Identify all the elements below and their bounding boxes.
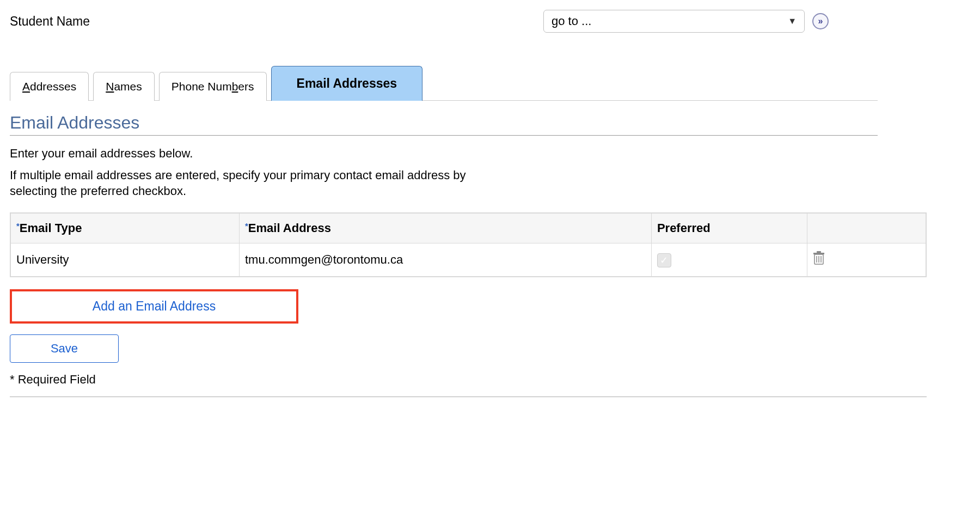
tab-bar: Addresses Names Phone Numbers Email Addr…: [10, 65, 878, 101]
student-name-label: Student Name: [10, 10, 90, 29]
col-header-actions: [807, 213, 926, 243]
tab-phone-numbers[interactable]: Phone Numbers: [159, 72, 267, 101]
go-button[interactable]: »: [812, 13, 829, 29]
svg-rect-4: [813, 253, 824, 254]
tab-addresses[interactable]: Addresses: [10, 72, 89, 101]
preferred-checkbox[interactable]: ✓: [657, 253, 671, 267]
add-email-address-button[interactable]: Add an Email Address: [10, 289, 298, 324]
email-table: *Email Type *Email Address Preferred Uni…: [10, 212, 927, 277]
goto-select[interactable]: go to ... ▼: [543, 10, 805, 33]
bottom-divider: [10, 397, 927, 397]
col-header-preferred: Preferred: [651, 213, 807, 243]
chevron-down-icon: ▼: [788, 16, 797, 26]
intro-text-2: If multiple email addresses are entered,…: [10, 167, 500, 199]
tab-email-addresses[interactable]: Email Addresses: [271, 66, 423, 101]
cell-email-address: tmu.commgen@torontomu.ca: [240, 243, 652, 277]
intro-text-1: Enter your email addresses below.: [10, 145, 500, 162]
title-divider: [10, 135, 878, 136]
checkmark-icon: ✓: [660, 254, 668, 266]
table-row: University tmu.commgen@torontomu.ca ✓: [10, 243, 926, 277]
delete-row-button[interactable]: [813, 251, 825, 269]
col-header-email-type: *Email Type: [10, 213, 240, 243]
trash-icon: [813, 251, 825, 265]
page-title: Email Addresses: [10, 113, 970, 133]
required-field-note: * Required Field: [10, 373, 970, 387]
save-button[interactable]: Save: [10, 334, 119, 363]
tab-names[interactable]: Names: [93, 72, 155, 101]
cell-email-type: University: [10, 243, 240, 277]
svg-rect-5: [817, 251, 821, 253]
goto-select-value: go to ...: [552, 14, 591, 28]
col-header-email-address: *Email Address: [240, 213, 652, 243]
double-chevron-right-icon: »: [818, 16, 823, 26]
